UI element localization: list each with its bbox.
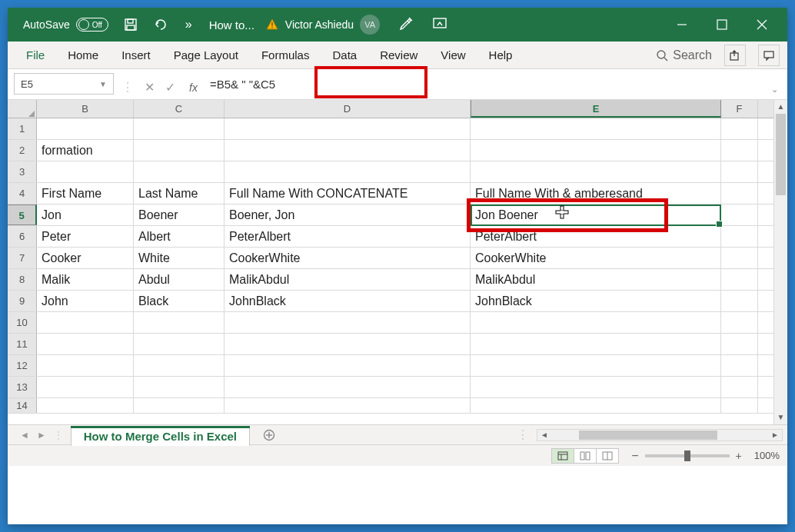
cell-D1[interactable] xyxy=(225,118,471,139)
cell-B6[interactable]: Peter xyxy=(37,226,134,247)
zoom-control[interactable]: − + xyxy=(631,449,742,463)
cell-C8[interactable]: Abdul xyxy=(134,269,225,290)
zoom-in-icon[interactable]: + xyxy=(736,450,742,462)
cell-F1[interactable] xyxy=(721,118,758,139)
cell-E4[interactable]: Full Name With & amberesand xyxy=(471,183,721,204)
cell-D8[interactable]: MalikAbdul xyxy=(225,269,471,290)
tab-insert[interactable]: Insert xyxy=(111,44,161,66)
cell-E10[interactable] xyxy=(471,312,721,333)
cell-E14[interactable] xyxy=(471,398,721,413)
cell-B3[interactable] xyxy=(37,161,134,182)
row-header-12[interactable]: 12 xyxy=(8,355,37,376)
cell-D14[interactable] xyxy=(225,398,471,413)
cell-F6[interactable] xyxy=(721,226,758,247)
page-break-view-button[interactable] xyxy=(596,448,619,464)
cell-B9[interactable]: John xyxy=(37,291,134,311)
cell-B7[interactable]: Cooker xyxy=(37,248,134,268)
save-icon[interactable] xyxy=(124,18,138,32)
tab-formulas[interactable]: Formulas xyxy=(251,44,321,66)
tab-review[interactable]: Review xyxy=(369,44,428,66)
pen-icon[interactable] xyxy=(398,16,414,34)
name-box[interactable]: E5 ▼ xyxy=(14,73,114,95)
tab-data[interactable]: Data xyxy=(321,44,368,66)
cell-F14[interactable] xyxy=(721,398,758,413)
autosave-toggle[interactable]: AutoSave Off xyxy=(23,18,108,32)
enter-icon[interactable]: ✓ xyxy=(165,80,175,95)
row-header-5[interactable]: 5 xyxy=(8,204,37,225)
cell-D7[interactable]: CookerWhite xyxy=(225,248,471,268)
cell-D3[interactable] xyxy=(225,161,471,182)
cell-B11[interactable] xyxy=(37,334,134,354)
cell-F11[interactable] xyxy=(721,334,758,354)
cell-F13[interactable] xyxy=(721,377,758,397)
cell-C14[interactable] xyxy=(134,398,225,413)
cell-D11[interactable] xyxy=(225,334,471,354)
cell-C6[interactable]: Albert xyxy=(134,226,225,247)
hscroll-thumb[interactable] xyxy=(579,431,717,440)
cell-E5[interactable]: Jon Boener xyxy=(471,204,721,225)
cell-E7[interactable]: CookerWhite xyxy=(471,248,721,268)
cell-B10[interactable] xyxy=(37,312,134,333)
cell-B14[interactable] xyxy=(37,398,134,413)
tab-page-layout[interactable]: Page Layout xyxy=(163,44,249,66)
col-header-b[interactable]: B xyxy=(37,100,134,118)
cell-B12[interactable] xyxy=(37,355,134,376)
col-header-e[interactable]: E xyxy=(471,100,721,118)
cell-F7[interactable] xyxy=(721,248,758,268)
cell-C10[interactable] xyxy=(134,312,225,333)
zoom-out-icon[interactable]: − xyxy=(631,449,638,463)
row-header-8[interactable]: 8 xyxy=(8,269,37,290)
user-area[interactable]: Victor Ashiedu VA xyxy=(265,15,380,35)
cell-F5[interactable] xyxy=(721,204,758,225)
user-avatar[interactable]: VA xyxy=(360,15,380,35)
cell-B2[interactable]: formation xyxy=(37,140,134,161)
cell-C5[interactable]: Boener xyxy=(134,204,225,225)
cell-E11[interactable] xyxy=(471,334,721,354)
cell-C2[interactable] xyxy=(134,140,225,161)
normal-view-button[interactable] xyxy=(551,448,574,464)
more-icon[interactable]: » xyxy=(185,18,192,32)
sheet-tab-active[interactable]: How to Merge Cells in Excel xyxy=(71,426,250,446)
cell-E9[interactable]: JohnBlack xyxy=(471,291,721,311)
row-header-2[interactable]: 2 xyxy=(8,140,37,161)
cell-B8[interactable]: Malik xyxy=(37,269,134,290)
row-header-1[interactable]: 1 xyxy=(8,118,37,139)
cell-D6[interactable]: PeterAlbert xyxy=(225,226,471,247)
cell-C4[interactable]: Last Name xyxy=(134,183,225,204)
cell-D12[interactable] xyxy=(225,355,471,376)
col-header-d[interactable]: D xyxy=(225,100,471,118)
undo-icon[interactable] xyxy=(153,18,170,32)
row-header-14[interactable]: 14 xyxy=(8,398,37,413)
search-box[interactable]: Search xyxy=(656,48,712,62)
cell-C7[interactable]: White xyxy=(134,248,225,268)
toggle-switch[interactable]: Off xyxy=(76,18,108,32)
cell-D2[interactable] xyxy=(225,140,471,161)
cell-C3[interactable] xyxy=(134,161,225,182)
cell-F12[interactable] xyxy=(721,355,758,376)
tab-view[interactable]: View xyxy=(430,44,476,66)
col-header-c[interactable]: C xyxy=(134,100,225,118)
cell-D9[interactable]: JohnBlack xyxy=(225,291,471,311)
cell-B13[interactable] xyxy=(37,377,134,397)
cell-C9[interactable]: Black xyxy=(134,291,225,311)
maximize-icon[interactable] xyxy=(717,19,727,30)
cell-F2[interactable] xyxy=(721,140,758,161)
cell-E6[interactable]: PeterAlbert xyxy=(471,226,721,247)
scroll-left-icon[interactable]: ◄ xyxy=(537,431,551,439)
cell-C13[interactable] xyxy=(134,377,225,397)
row-header-7[interactable]: 7 xyxy=(8,248,37,268)
row-header-6[interactable]: 6 xyxy=(8,226,37,247)
row-header-10[interactable]: 10 xyxy=(8,312,37,333)
cell-F8[interactable] xyxy=(721,269,758,290)
cell-E13[interactable] xyxy=(471,377,721,397)
cell-D4[interactable]: Full Name With CONCATENATE xyxy=(225,183,471,204)
scroll-down-icon[interactable]: ▼ xyxy=(774,411,787,424)
cell-F10[interactable] xyxy=(721,312,758,333)
cell-F9[interactable] xyxy=(721,291,758,311)
zoom-value[interactable]: 100% xyxy=(754,450,780,461)
row-header-11[interactable]: 11 xyxy=(8,334,37,354)
cell-D5[interactable]: Boener, Jon xyxy=(225,204,471,225)
fx-label[interactable]: fx xyxy=(189,81,198,94)
add-sheet-button[interactable] xyxy=(259,425,279,445)
cell-D10[interactable] xyxy=(225,312,471,333)
